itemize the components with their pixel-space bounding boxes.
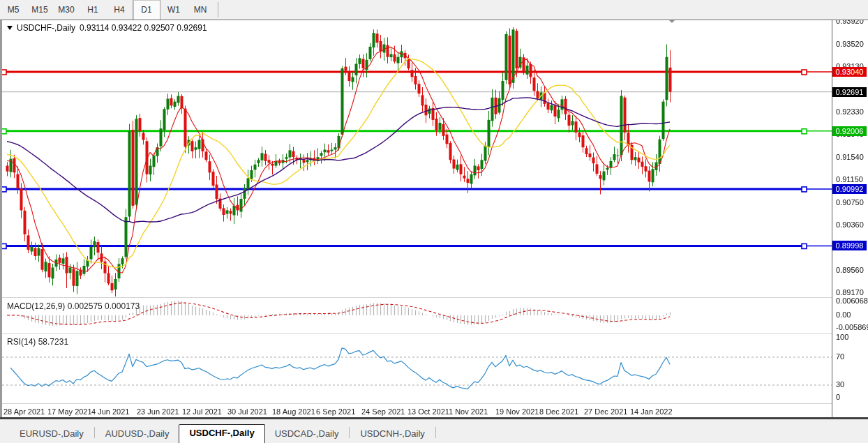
tab-audusd[interactable]: AUDUSD-,Daily	[96, 426, 179, 443]
price-tick-label: 0.91540	[836, 153, 864, 161]
price-tick-label: 0.93520	[836, 40, 864, 48]
tab-usdchf[interactable]: USDCHF-,Daily	[179, 424, 264, 443]
macd-tick-label: 0.00	[836, 310, 851, 319]
hline-price-badge: 0.92006	[832, 126, 867, 136]
hline-price-badge: 0.90992	[832, 184, 867, 194]
chart-tabbar: EURUSD-,DailyAUDUSD-,DailyUSDCHF-,DailyU…	[0, 419, 868, 443]
tab-separator	[94, 427, 95, 438]
rsi-tick-label: 0	[836, 393, 840, 401]
date-tick-label: 14 Jan 2022	[630, 407, 673, 416]
date-tick-label: 6 Sep 2021	[316, 407, 355, 416]
price-tick-label: 0.89170	[836, 288, 864, 296]
rsi-value: 58.7231	[38, 337, 68, 347]
date-tick-label: 17 May 2021	[47, 407, 92, 416]
timeframe-button-h4[interactable]: H4	[106, 0, 133, 20]
macd-indicator-label: MACD(12,26,9) 0.002575 0.000173	[7, 301, 140, 311]
tab-usdcad[interactable]: USDCAD-,Daily	[265, 426, 349, 443]
chart-window-left-border	[0, 20, 2, 418]
timeframe-toolbar: M5M15M30H1H4D1W1MN	[0, 0, 868, 20]
hline-price-badge: 0.93040	[832, 67, 867, 77]
rsi-name: RSI(14)	[7, 337, 36, 347]
date-tick-label: 13 Oct 2021	[407, 407, 449, 416]
price-tick-label: 0.91150	[836, 175, 863, 183]
chart-ohlc-values: 0.93114 0.93422 0.92507 0.92691	[80, 23, 207, 33]
current-price-badge: 0.92691	[832, 87, 867, 97]
date-tick-label: 24 Sep 2021	[361, 407, 405, 416]
timeframe-button-m5[interactable]: M5	[0, 0, 27, 20]
rsi-tick-label: 30	[836, 380, 844, 389]
chart-symbol-label: USDCHF-,Daily	[17, 23, 75, 33]
date-tick-label: 19 Nov 2021	[495, 407, 539, 416]
date-tick-label: 30 Jul 2021	[227, 407, 267, 416]
toolbar-separator	[218, 2, 218, 17]
hline-price-badge: 0.89998	[832, 241, 867, 250]
macd-tick-label: -0.005869	[836, 323, 868, 331]
trading-terminal: { "toolbar": { "timeframes": [ {"label":…	[0, 0, 868, 443]
date-tick-label: 12 Jul 2021	[182, 407, 222, 416]
chart-title: USDCHF-,Daily 0.93114 0.93422 0.92507 0.…	[7, 23, 207, 33]
date-tick-label: 8 Dec 2021	[539, 407, 578, 416]
timeframe-button-h1[interactable]: H1	[80, 0, 106, 20]
symbol-dropdown-icon	[7, 26, 13, 30]
price-axis-separator	[832, 20, 832, 418]
date-tick-label: 4 Jun 2021	[91, 407, 129, 416]
macd-values: 0.002575 0.000173	[68, 301, 140, 311]
macd-name: MACD(12,26,9)	[7, 301, 65, 311]
price-tick-label: 0.92330	[836, 107, 864, 116]
chart-tabs: EURUSD-,DailyAUDUSD-,DailyUSDCHF-,DailyU…	[10, 423, 437, 443]
date-tick-label: 28 Apr 2021	[3, 407, 45, 416]
timeframe-button-m30[interactable]: M30	[53, 0, 80, 20]
date-tick-label: 18 Aug 2021	[272, 407, 315, 416]
timeframe-button-m15[interactable]: M15	[27, 0, 53, 20]
date-tick-label: 23 Jun 2021	[137, 407, 179, 416]
timeframe-button-mn[interactable]: MN	[187, 0, 214, 20]
rsi-tick-label: 70	[836, 352, 844, 361]
price-chart-canvas[interactable]	[0, 0, 868, 443]
timeframe-button-w1[interactable]: W1	[160, 0, 187, 20]
date-tick-label: 1 Nov 2021	[449, 407, 488, 416]
price-tick-label: 0.89560	[836, 266, 864, 274]
tab-separator	[349, 427, 350, 438]
macd-tick-label: 0.006068	[836, 296, 868, 305]
price-tick-label: 0.90750	[836, 198, 864, 207]
price-tick-label: 0.90360	[836, 220, 864, 229]
rsi-indicator-label: RSI(14) 58.7231	[7, 337, 68, 347]
tab-usdcnh[interactable]: USDCNH-,Daily	[350, 426, 434, 443]
date-tick-label: 27 Dec 2021	[584, 407, 627, 416]
tab-separator	[435, 427, 436, 438]
timeframe-button-d1[interactable]: D1	[133, 0, 160, 20]
rsi-tick-label: 100	[836, 333, 848, 341]
tab-eurusd[interactable]: EURUSD-,Daily	[10, 426, 93, 443]
